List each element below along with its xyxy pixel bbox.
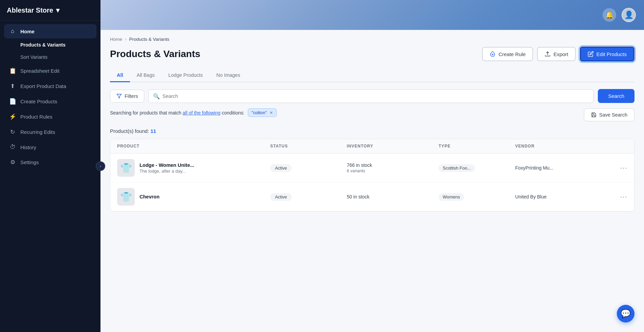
settings-icon: ⚙	[9, 159, 16, 166]
top-header: 🔔 👤	[100, 0, 644, 30]
th-product: PRODUCT	[117, 144, 270, 148]
edit-products-button[interactable]: Edit Products	[580, 47, 634, 62]
sidebar-item-recurring[interactable]: ↻ Recurring Edits	[4, 125, 96, 139]
sidebar-item-home[interactable]: ⌂ Home	[4, 24, 96, 38]
product-image: 👕	[117, 159, 135, 177]
export-label: Export	[553, 51, 568, 57]
type-badge: Womens	[439, 193, 464, 201]
tag-remove[interactable]: ✕	[270, 110, 273, 115]
th-type: TYPE	[439, 144, 515, 148]
avatar[interactable]: 👤	[622, 8, 636, 22]
tab-bags[interactable]: All Bags	[130, 69, 162, 82]
type-cell: Womens	[439, 193, 515, 201]
sidebar-item-spreadsheet[interactable]: 📋 Spreadsheet Edit	[4, 64, 96, 78]
tabs: All All Bags Lodge Products No Images	[110, 69, 634, 82]
user-icon: 👤	[624, 11, 633, 19]
vendor-cell: FoxyPrinting Mu...	[515, 165, 607, 171]
sidebar-products-label: Products & Variants	[20, 42, 66, 48]
tab-no-images[interactable]: No Images	[209, 69, 247, 82]
create-rule-button[interactable]: Create Rule	[482, 47, 533, 61]
sidebar-settings-label: Settings	[20, 159, 39, 165]
type-cell: Scottish Foo...	[439, 164, 515, 172]
store-name: Ablestar Store	[7, 6, 53, 14]
notification-button[interactable]: 🔔	[603, 8, 616, 22]
inventory-stock: 766 in stock	[347, 162, 439, 168]
tab-all[interactable]: All	[110, 69, 130, 82]
sidebar-item-history[interactable]: ⏱ History	[4, 140, 96, 154]
store-header[interactable]: Ablestar Store ▾	[0, 0, 100, 21]
sidebar-item-create[interactable]: 📄 Create Products	[4, 94, 96, 109]
table-header: PRODUCT STATUS INVENTORY TYPE VENDOR	[110, 139, 634, 154]
sidebar-toggle[interactable]: ›	[96, 161, 105, 171]
product-desc: The lodge, after a day...	[140, 169, 194, 174]
save-search-button[interactable]: Save Search	[584, 108, 634, 121]
status-badge: Active	[270, 193, 292, 201]
sidebar-export-label: Export Product Data	[20, 83, 66, 89]
product-info: Lodge - Women Unite... The lodge, after …	[140, 162, 194, 174]
th-actions	[607, 144, 627, 148]
sidebar-rules-label: Product Rules	[20, 114, 52, 120]
page-title: Products & Variants	[110, 49, 200, 59]
store-chevron: ▾	[56, 6, 59, 14]
sidebar-item-products[interactable]: Products & Variants	[4, 39, 96, 51]
breadcrumb-current: Products & Variants	[129, 37, 169, 42]
tab-lodge[interactable]: Lodge Products	[162, 69, 210, 82]
table-row[interactable]: 👕 Chevron Active 50 in stock Womens Unit…	[110, 182, 634, 211]
save-search-label: Save Search	[599, 112, 627, 118]
search-input[interactable]	[148, 89, 594, 103]
svg-point-0	[492, 54, 493, 55]
conditions-text: Searching for products that match all of…	[110, 110, 244, 116]
filters-button[interactable]: Filters	[110, 90, 144, 103]
inventory-cell: 50 in stock	[347, 194, 439, 199]
chat-icon: 💬	[621, 309, 631, 318]
export-icon	[545, 51, 551, 57]
sidebar-history-label: History	[20, 144, 36, 150]
inventory-stock: 50 in stock	[347, 194, 439, 199]
conditions-link[interactable]: all of the following	[183, 110, 220, 116]
recurring-icon: ↻	[9, 128, 16, 136]
inventory-cell: 766 in stock 6 variants	[347, 162, 439, 173]
bell-icon: 🔔	[605, 11, 614, 19]
search-conditions: Searching for products that match all of…	[110, 108, 634, 121]
search-tag-cotton: "cotton" ✕	[248, 108, 277, 117]
sidebar-create-label: Create Products	[20, 99, 57, 104]
filter-icon	[116, 93, 122, 99]
sidebar-item-sort[interactable]: Sort Variants	[4, 51, 96, 63]
edit-products-label: Edit Products	[596, 51, 627, 57]
product-name: Chevron	[140, 194, 160, 199]
search-row: Filters 🔍 Search	[110, 89, 634, 103]
results-number: 11	[150, 128, 156, 134]
create-rule-label: Create Rule	[498, 51, 526, 57]
product-cell: 👕 Lodge - Women Unite... The lodge, afte…	[117, 159, 270, 177]
vendor-cell: United By Blue	[515, 194, 607, 199]
create-icon: 📄	[9, 98, 16, 105]
sidebar-item-label: Home	[20, 29, 35, 34]
save-icon	[591, 112, 596, 118]
table-row[interactable]: 👕 Lodge - Women Unite... The lodge, afte…	[110, 154, 634, 182]
product-img-emoji: 👕	[120, 162, 132, 174]
home-icon: ⌂	[9, 28, 16, 35]
sidebar-item-export[interactable]: ⬆ Export Product Data	[4, 79, 96, 93]
sidebar-item-rules[interactable]: ⚡ Product Rules	[4, 109, 96, 124]
th-inventory: INVENTORY	[347, 144, 439, 148]
export-button[interactable]: Export	[537, 47, 575, 61]
row-more-button[interactable]: ···	[607, 164, 627, 172]
sidebar-spreadsheet-label: Spreadsheet Edit	[20, 68, 59, 74]
row-more-button[interactable]: ···	[607, 193, 627, 200]
history-icon: ⏱	[9, 144, 16, 151]
tag-value: "cotton"	[252, 110, 267, 115]
chat-button[interactable]: 💬	[617, 305, 634, 322]
header-actions: Create Rule Export Edit Products	[482, 47, 634, 62]
sidebar-item-settings[interactable]: ⚙ Settings	[4, 155, 96, 170]
search-button-label: Search	[608, 93, 624, 99]
breadcrumb: Home › Products & Variants	[110, 37, 634, 42]
breadcrumb-home[interactable]: Home	[110, 37, 122, 42]
th-vendor: VENDOR	[515, 144, 607, 148]
status-cell: Active	[270, 164, 347, 172]
breadcrumb-separator: ›	[125, 37, 127, 42]
product-cell: 👕 Chevron	[117, 188, 270, 206]
search-button[interactable]: Search	[598, 89, 634, 103]
products-table: PRODUCT STATUS INVENTORY TYPE VENDOR 👕 L…	[110, 139, 634, 212]
inventory-variants: 6 variants	[347, 169, 439, 173]
product-image: 👕	[117, 188, 135, 206]
